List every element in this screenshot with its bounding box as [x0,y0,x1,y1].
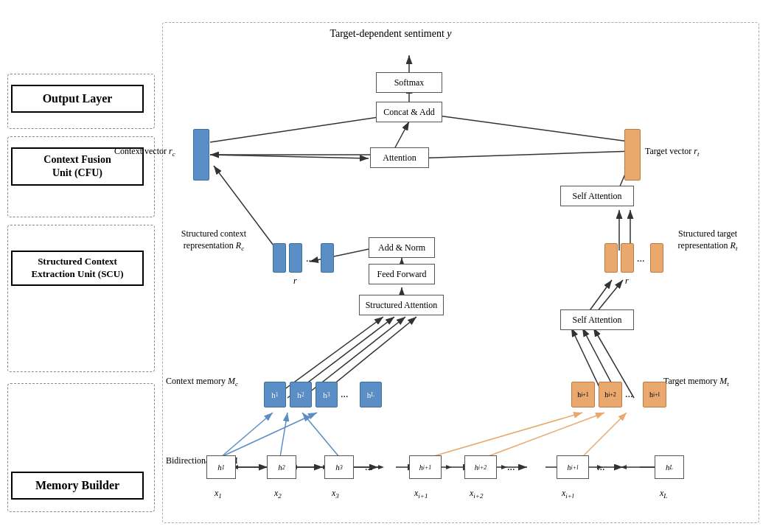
self-attention-upper-box: Self Attention [560,186,634,206]
context-memory-label: Context memory Mc [166,376,238,388]
rt-box2 [621,243,634,273]
add-norm-box: Add & Norm [369,237,435,258]
cm-h3: h3 [315,382,338,407]
target-vector-box [624,129,641,181]
cm-dots: ... [341,388,349,400]
self-attention-lower-box: Self Attention [560,309,634,330]
xil-label: xi+l [562,488,573,500]
lstm-dots1: ... [365,461,373,473]
x1-label: x1 [215,488,222,500]
lstm-dots2: ... [507,461,515,473]
context-vector-label: Context vector rc [114,146,175,158]
rc-box-r [321,243,334,273]
lstm-hi2: hi+2 [464,455,497,479]
concat-add-box: Concat & Add [376,102,442,122]
tm-hi2: hi+2 [599,382,622,407]
rc-dots: ... [306,253,314,265]
context-vector-box [193,129,209,181]
xi1-label: xi+1 [414,488,428,500]
cm-h1: h1 [264,382,286,407]
tm-dots: ... [625,388,633,400]
memory-builder-label: Memory Builder [11,472,144,500]
lstm-hi1: hi+1 [409,455,442,479]
x2-label: x2 [274,488,282,500]
rt-r-label: r [625,276,629,287]
lstm-dots3: ... [597,461,605,473]
lstm-hil: hi+l [557,455,589,479]
rc-box1 [273,243,286,273]
attention-box: Attention [370,147,429,168]
tm-hil: hi+l [643,382,666,407]
softmax-box: Softmax [376,72,442,93]
diagram: Output Layer Context Fusion Unit (CFU) S… [0,0,774,532]
lstm-h3: h3 [324,455,354,479]
x3-label: x3 [332,488,339,500]
xL-label: xL [660,488,667,500]
target-sentiment-label: Target-dependent sentiment y [280,28,501,40]
rt-dots: ... [637,253,645,265]
scu-label: Structured Context Extraction Unit (SCU) [11,251,144,286]
scu-section [7,225,155,372]
structured-context-label: Structured context representation Rc [166,228,262,253]
rc-box2 [289,243,302,273]
outer-box [162,22,759,523]
rt-box1 [604,243,618,273]
cm-hL: hL [360,382,382,407]
output-layer-label: Output Layer [11,85,144,113]
target-vector-label: Target vector rt [645,146,699,158]
lstm-h2: h2 [267,455,296,479]
tm-hi1: hi+1 [571,382,595,407]
rc-r-label: r [293,276,297,287]
target-memory-label: Target memory Mt [663,376,729,388]
xi2-label: xi+2 [470,488,483,500]
structured-attention-box: Structured Attention [359,295,444,315]
feed-forward-box: Feed Forward [369,264,435,284]
lstm-h1: h1 [206,455,236,479]
lstm-hL: hL [655,455,684,479]
rt-box-r [650,243,663,273]
structured-target-label: Structured target representation Rt [656,228,759,253]
cm-h2: h2 [290,382,312,407]
